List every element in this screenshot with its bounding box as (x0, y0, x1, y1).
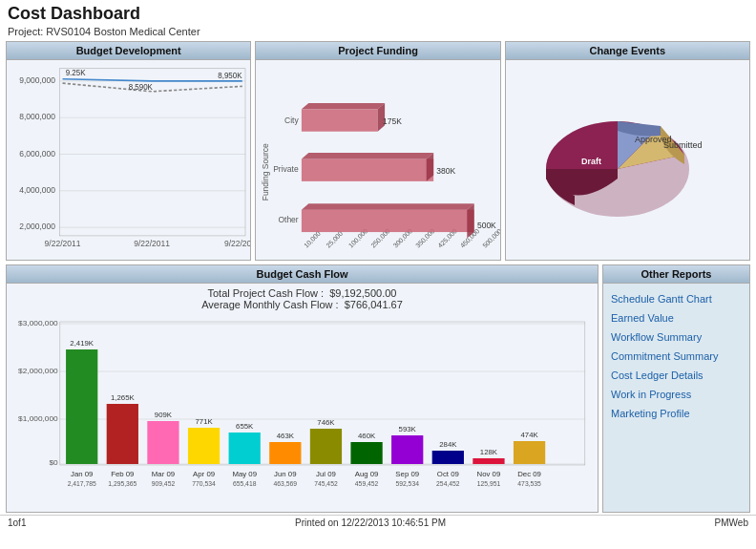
svg-text:500K: 500K (477, 221, 496, 230)
svg-text:Sep 09: Sep 09 (395, 470, 419, 478)
svg-text:463,569: 463,569 (274, 480, 298, 487)
svg-text:Aug 09: Aug 09 (355, 470, 379, 478)
svg-marker-39 (302, 203, 474, 209)
bcf-chart-area: $3,000,000 $2,000,000 $1,000,000 $0 2,41… (14, 314, 590, 491)
project-funding-chart: Funding Source City Private Other 10,000… (256, 60, 499, 259)
svg-rect-30 (302, 109, 378, 131)
svg-rect-34 (302, 158, 433, 180)
svg-text:1,265K: 1,265K (111, 393, 136, 402)
svg-text:459,452: 459,452 (355, 480, 379, 487)
svg-rect-63 (147, 421, 178, 464)
page-title: Cost Dashboard (8, 4, 748, 24)
bcf-chart-svg: $3,000,000 $2,000,000 $1,000,000 $0 2,41… (14, 314, 590, 500)
report-workflow-summary[interactable]: Workflow Summary (611, 327, 742, 347)
footer-page: 1of1 (8, 517, 26, 528)
footer-brand: PMWeb (715, 517, 748, 528)
svg-text:9/22/2011: 9/22/2011 (134, 239, 170, 248)
project-funding-panel: Project Funding Funding Source City Priv… (255, 41, 500, 261)
svg-rect-59 (107, 404, 138, 464)
svg-text:Apr 09: Apr 09 (193, 470, 215, 478)
report-schedule-gantt[interactable]: Schedule Gantt Chart (611, 289, 742, 308)
svg-text:Jun 09: Jun 09 (274, 470, 296, 478)
change-events-panel: Change Events Draft Submitted (505, 41, 750, 261)
avg-cashflow-row: Average Monthly Cash Flow : $766,041.67 (201, 299, 403, 310)
svg-text:2,417,785: 2,417,785 (68, 480, 96, 487)
svg-rect-67 (188, 428, 220, 464)
change-events-title: Change Events (506, 42, 749, 60)
change-events-svg: Draft Submitted Approved (522, 74, 732, 245)
svg-text:592,534: 592,534 (395, 480, 419, 487)
svg-text:284K: 284K (439, 440, 457, 449)
bcf-stats: Total Project Cash Flow : $9,192,500.00 … (7, 284, 598, 314)
svg-rect-91 (432, 451, 464, 464)
svg-text:771K: 771K (195, 417, 213, 426)
svg-text:Private: Private (274, 164, 300, 174)
svg-text:$3,000,000: $3,000,000 (18, 319, 58, 327)
svg-text:25,000: 25,000 (326, 230, 345, 249)
budget-cashflow-panel: Budget Cash Flow Total Project Cash Flow… (6, 264, 598, 513)
svg-marker-31 (302, 103, 385, 109)
budget-dev-svg: 9,000,000 8,000,000 6,000,000 4,000,000 … (7, 60, 250, 259)
footer-center: Printed on 12/22/2013 10:46:51 PM (295, 517, 446, 528)
report-work-in-progress[interactable]: Work in Progress (611, 385, 742, 404)
page-header: Cost Dashboard Project: RVS0104 Boston M… (0, 0, 756, 41)
svg-text:463K: 463K (277, 432, 295, 440)
svg-text:909,452: 909,452 (152, 480, 176, 487)
svg-text:593K: 593K (399, 425, 417, 433)
svg-text:746K: 746K (317, 418, 335, 427)
other-reports-title: Other Reports (603, 265, 749, 284)
svg-text:$0: $0 (49, 458, 58, 467)
svg-rect-99 (514, 441, 545, 464)
svg-text:Jan 09: Jan 09 (71, 470, 93, 478)
svg-rect-55 (66, 349, 97, 464)
svg-text:380K: 380K (437, 166, 456, 176)
svg-text:$1,000,000: $1,000,000 (18, 414, 58, 423)
svg-text:6,000,000: 6,000,000 (19, 149, 55, 158)
svg-text:500,000: 500,000 (482, 227, 500, 249)
budget-cashflow-title: Budget Cash Flow (7, 265, 598, 284)
svg-text:474K: 474K (520, 431, 538, 439)
svg-text:473,535: 473,535 (517, 480, 541, 487)
svg-text:254,452: 254,452 (436, 480, 460, 487)
svg-text:175K: 175K (383, 116, 402, 126)
svg-text:655K: 655K (236, 422, 254, 431)
svg-rect-83 (350, 442, 382, 464)
svg-text:10,000: 10,000 (303, 230, 322, 249)
svg-text:9.25K: 9.25K (66, 69, 86, 77)
bottom-section: Budget Cash Flow Total Project Cash Flow… (0, 264, 756, 513)
budget-development-panel: Budget Development 9,000,000 8,000,000 6… (6, 41, 251, 261)
svg-text:2,419K: 2,419K (70, 339, 94, 348)
svg-text:Nov 09: Nov 09 (477, 470, 501, 478)
svg-text:125,951: 125,951 (477, 480, 501, 487)
svg-text:8,000,000: 8,000,000 (19, 112, 55, 121)
footer: 1of1 Printed on 12/22/2013 10:46:51 PM P… (0, 515, 756, 530)
project-label: Project: RVS0104 Boston Medical Center (8, 26, 748, 37)
svg-text:Draft: Draft (581, 157, 601, 166)
svg-text:770,534: 770,534 (192, 480, 216, 487)
svg-rect-71 (229, 433, 261, 464)
report-cost-ledger[interactable]: Cost Ledger Details (611, 366, 742, 385)
svg-text:9/22/2011: 9/22/2011 (45, 239, 81, 248)
svg-text:May 09: May 09 (232, 470, 257, 478)
report-earned-value[interactable]: Earned Value (611, 308, 742, 327)
svg-text:$2,000,000: $2,000,000 (18, 367, 58, 375)
svg-text:745,452: 745,452 (314, 480, 338, 487)
report-commitment-summary[interactable]: Commitment Summary (611, 347, 742, 366)
svg-text:8,950K: 8,950K (218, 72, 242, 80)
svg-text:Approved: Approved (635, 135, 672, 144)
svg-text:Feb 09: Feb 09 (111, 470, 134, 478)
report-marketing-profile[interactable]: Marketing Profile (611, 404, 742, 423)
project-funding-svg: Funding Source City Private Other 10,000… (256, 60, 499, 259)
svg-text:1,295,365: 1,295,365 (108, 480, 136, 487)
other-reports-panel: Other Reports Schedule Gantt Chart Earne… (602, 264, 750, 513)
svg-text:Dec 09: Dec 09 (517, 470, 541, 478)
svg-text:2,000,000: 2,000,000 (19, 222, 55, 231)
change-events-chart: Draft Submitted Approved (506, 60, 749, 259)
svg-text:9/22/2011: 9/22/2011 (224, 239, 250, 248)
svg-text:City: City (284, 116, 299, 125)
budget-development-title: Budget Development (7, 42, 250, 60)
svg-text:9,000,000: 9,000,000 (19, 75, 55, 85)
svg-text:Other: Other (279, 215, 299, 224)
total-cashflow-value: $9,192,500.00 (329, 287, 396, 299)
svg-text:Oct 09: Oct 09 (437, 470, 459, 478)
